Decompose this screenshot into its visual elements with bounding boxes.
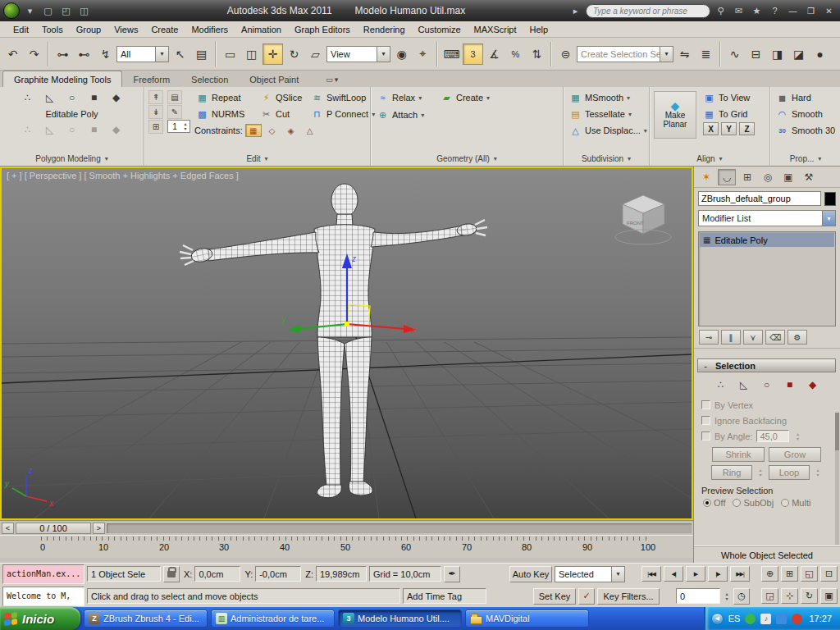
menu-create[interactable]: Create	[144, 23, 185, 36]
loop-spinner[interactable]: ▴▾	[814, 468, 822, 477]
tab-object-paint[interactable]: Object Paint	[239, 72, 309, 87]
keyboard-override-icon[interactable]: ⌨	[441, 43, 462, 65]
render-setup-icon[interactable]: ◪	[788, 43, 809, 65]
vertex-subobject-icon[interactable]: ∴	[713, 378, 729, 391]
tab-selection[interactable]: Selection	[180, 72, 239, 87]
edge-subobject-icon[interactable]: ◺	[736, 378, 752, 391]
cut-button[interactable]: ✂Cut	[258, 106, 309, 122]
play-button[interactable]: ▶	[686, 566, 705, 582]
repeat-button[interactable]: ▦Repeat	[194, 89, 258, 106]
select-and-move-icon[interactable]: ✛	[262, 43, 283, 65]
preview-off-radio[interactable]: Off	[703, 498, 725, 508]
menu-modifiers[interactable]: Modifiers	[185, 23, 235, 36]
maximize-button[interactable]: ❐	[803, 4, 819, 17]
favorites-icon[interactable]: ★	[749, 3, 765, 18]
step-forward-button[interactable]: |▶	[708, 566, 728, 582]
set-key-button[interactable]: Set Key	[533, 588, 576, 605]
search-input[interactable]	[586, 4, 710, 18]
zoom-extents-all-button[interactable]: ⊡	[820, 566, 838, 582]
edge-mode-icon[interactable]: ◺	[42, 91, 58, 104]
menu-help[interactable]: Help	[523, 23, 555, 36]
by-angle-field[interactable]: 45,0	[756, 430, 789, 442]
edit-mini-up-icon[interactable]: ↟	[148, 90, 163, 104]
snap-toggle-icon[interactable]: 3	[463, 43, 483, 65]
to-grid-button[interactable]: ▦To Grid	[701, 106, 755, 122]
save-file-icon[interactable]: ◫	[76, 3, 92, 18]
menu-animation[interactable]: Animation	[235, 23, 288, 36]
named-selection-sets-icon[interactable]: ⊜	[555, 43, 576, 65]
help-icon[interactable]: ?	[767, 3, 783, 18]
previous-modifier-icon[interactable]: ∴	[20, 123, 36, 136]
orbit-button[interactable]: ↻	[801, 588, 818, 604]
border-subobject-icon[interactable]: ○	[759, 378, 775, 391]
select-by-name-icon[interactable]: ▤	[191, 43, 212, 65]
align-x-button[interactable]: X	[703, 122, 719, 135]
create-tab-icon[interactable]: ✶	[697, 169, 715, 185]
minimize-button[interactable]: —	[785, 4, 801, 17]
stack-item-editable-poly[interactable]: ▦ Editable Poly	[700, 233, 834, 247]
tessellate-button[interactable]: ▤Tessellate▾	[568, 106, 645, 122]
border-mode-icon[interactable]: ○	[64, 91, 80, 104]
selection-region-icon[interactable]: ▭	[220, 43, 240, 65]
spinner-arrows-icon[interactable]: ▴▾	[181, 121, 189, 131]
align-y-button[interactable]: Y	[721, 122, 737, 135]
hierarchy-tab-icon[interactable]: ⊞	[738, 169, 756, 185]
maximize-viewport-button[interactable]: ▣	[820, 588, 838, 604]
element-subobject-icon[interactable]: ◆	[805, 378, 821, 391]
tray-status-icon[interactable]	[792, 614, 802, 624]
to-view-button[interactable]: ▣To View	[701, 89, 755, 106]
go-end-button[interactable]: ▶▶|	[730, 566, 750, 582]
constraint-normal-icon[interactable]: △	[302, 124, 318, 137]
create-button[interactable]: ▰Create▾	[439, 89, 503, 106]
ignore-backfacing-checkbox[interactable]	[701, 416, 710, 425]
constraint-face-icon[interactable]: ◈	[283, 124, 299, 137]
infocenter-arrow-icon[interactable]: ▸	[568, 3, 583, 18]
selection-filter-dropdown[interactable]: All ▾	[116, 46, 169, 62]
pin-stack-button[interactable]: ⊸	[699, 330, 719, 345]
menu-views[interactable]: Views	[107, 23, 144, 36]
attach-button[interactable]: ⊕Attach▾	[375, 107, 439, 123]
maxscript-mini-listener-macro[interactable]: actionMan.ex...	[2, 564, 84, 584]
panel-caption-polygon-modeling[interactable]: Polygon Modeling ▾	[0, 152, 144, 166]
undo-icon[interactable]: ↶	[2, 43, 23, 65]
isolate-pen-icon[interactable]: ✒	[444, 566, 460, 582]
maxscript-mini-listener[interactable]: Welcome to M,	[2, 587, 84, 606]
perspective-viewport[interactable]: x y z FRONT z x	[0, 167, 693, 520]
constraint-none-icon[interactable]: ▦	[245, 124, 262, 137]
time-slider-track[interactable]	[107, 523, 692, 533]
zoom-extents-button[interactable]: ◱	[801, 566, 818, 582]
use-displacement-button[interactable]: △Use Displac...▾	[568, 122, 645, 139]
dropdown-arrow-icon[interactable]: ▾	[377, 47, 390, 62]
language-indicator[interactable]: ES	[728, 614, 741, 623]
reference-coordinate-dropdown[interactable]: View ▾	[326, 46, 390, 62]
x-coord-field[interactable]: 0,0cm	[194, 566, 240, 582]
spinner-snap-icon[interactable]: ⇅	[527, 43, 547, 65]
menu-group[interactable]: Group	[70, 23, 108, 36]
pin-stack-icon[interactable]: ◺	[42, 123, 58, 136]
menu-rendering[interactable]: Rendering	[357, 23, 412, 36]
show-end-result-button[interactable]: ∥	[721, 330, 741, 345]
make-unique-button[interactable]: ⋎	[743, 330, 763, 345]
tray-collapse-icon[interactable]: ◀	[711, 613, 724, 625]
edit-mini-pen-icon[interactable]: ✎	[167, 105, 182, 119]
smooth-button[interactable]: ◠Smooth	[774, 106, 837, 122]
iterations-spinner[interactable]: 1 ▴▾	[167, 120, 190, 133]
selection-rollout-header[interactable]: - Selection	[697, 358, 836, 372]
communication-center-icon[interactable]: ✉	[731, 3, 746, 18]
dropdown-arrow-icon[interactable]: ▾	[155, 47, 168, 62]
zoom-region-button[interactable]: ◲	[761, 588, 778, 604]
by-angle-checkbox[interactable]	[701, 431, 710, 441]
configure-modifier-sets-button[interactable]: ⚙	[788, 330, 807, 345]
current-frame-field[interactable]: 0	[676, 588, 720, 604]
remove-modifier-button[interactable]: ⌫	[765, 330, 785, 345]
menu-edit[interactable]: Edit	[7, 23, 35, 36]
preview-subobj-radio[interactable]: SubObj	[733, 498, 774, 508]
tray-volume-icon[interactable]: ♪	[760, 614, 771, 624]
grow-button[interactable]: Grow	[769, 447, 821, 462]
taskbar-item-3dsmax[interactable]: 3 Modelo Humano Util....	[338, 609, 462, 628]
taskbar-item-task-manager[interactable]: ▥ Administrador de tare...	[211, 609, 335, 628]
collapse-stack-icon[interactable]: ◆	[108, 123, 125, 136]
smooth-30-button[interactable]: 30Smooth 30	[774, 122, 837, 139]
time-slider-handle[interactable]: 0 / 100	[16, 523, 91, 534]
selection-set-dropdown[interactable]: Create Selection Se ▾	[577, 46, 673, 62]
